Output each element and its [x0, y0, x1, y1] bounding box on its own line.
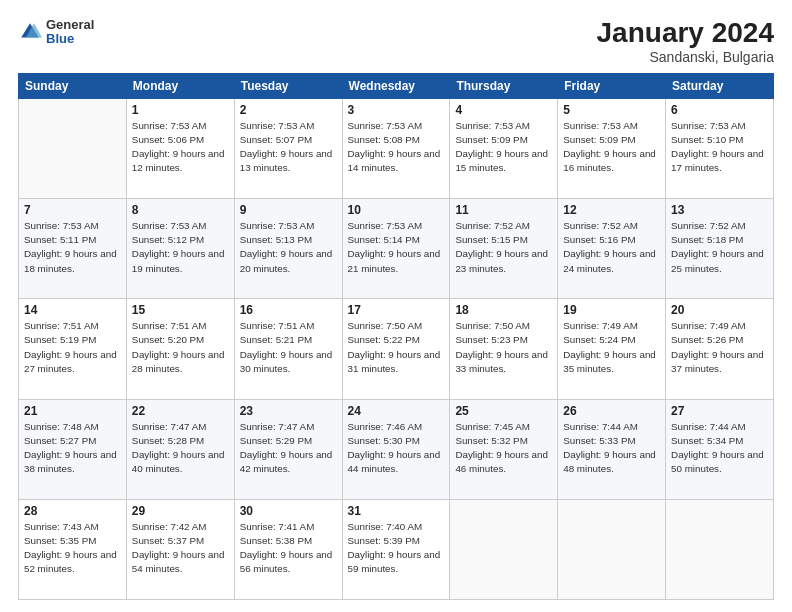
logo-blue: Blue: [46, 32, 94, 46]
day-number: 27: [671, 404, 768, 418]
weekday-header-tuesday: Tuesday: [234, 73, 342, 98]
day-number: 2: [240, 103, 337, 117]
day-cell: 20Sunrise: 7:49 AMSunset: 5:26 PMDayligh…: [666, 299, 774, 399]
day-cell: 28Sunrise: 7:43 AMSunset: 5:35 PMDayligh…: [19, 499, 127, 599]
day-cell: 31Sunrise: 7:40 AMSunset: 5:39 PMDayligh…: [342, 499, 450, 599]
day-detail: Sunrise: 7:44 AMSunset: 5:33 PMDaylight:…: [563, 420, 660, 477]
day-detail: Sunrise: 7:43 AMSunset: 5:35 PMDaylight:…: [24, 520, 121, 577]
day-number: 10: [348, 203, 445, 217]
week-row-1: 1Sunrise: 7:53 AMSunset: 5:06 PMDaylight…: [19, 98, 774, 198]
day-detail: Sunrise: 7:53 AMSunset: 5:09 PMDaylight:…: [455, 119, 552, 176]
day-number: 6: [671, 103, 768, 117]
day-cell: 25Sunrise: 7:45 AMSunset: 5:32 PMDayligh…: [450, 399, 558, 499]
day-cell: 23Sunrise: 7:47 AMSunset: 5:29 PMDayligh…: [234, 399, 342, 499]
day-cell: 22Sunrise: 7:47 AMSunset: 5:28 PMDayligh…: [126, 399, 234, 499]
day-detail: Sunrise: 7:52 AMSunset: 5:16 PMDaylight:…: [563, 219, 660, 276]
day-cell: 3Sunrise: 7:53 AMSunset: 5:08 PMDaylight…: [342, 98, 450, 198]
header: General Blue January 2024 Sandanski, Bul…: [18, 18, 774, 65]
weekday-header-monday: Monday: [126, 73, 234, 98]
day-cell: 7Sunrise: 7:53 AMSunset: 5:11 PMDaylight…: [19, 199, 127, 299]
day-detail: Sunrise: 7:53 AMSunset: 5:13 PMDaylight:…: [240, 219, 337, 276]
day-number: 15: [132, 303, 229, 317]
day-cell: 10Sunrise: 7:53 AMSunset: 5:14 PMDayligh…: [342, 199, 450, 299]
day-detail: Sunrise: 7:53 AMSunset: 5:14 PMDaylight:…: [348, 219, 445, 276]
logo-general: General: [46, 18, 94, 32]
day-cell: 30Sunrise: 7:41 AMSunset: 5:38 PMDayligh…: [234, 499, 342, 599]
day-number: 26: [563, 404, 660, 418]
day-cell: 15Sunrise: 7:51 AMSunset: 5:20 PMDayligh…: [126, 299, 234, 399]
day-detail: Sunrise: 7:53 AMSunset: 5:12 PMDaylight:…: [132, 219, 229, 276]
day-cell: 12Sunrise: 7:52 AMSunset: 5:16 PMDayligh…: [558, 199, 666, 299]
weekday-header-sunday: Sunday: [19, 73, 127, 98]
day-cell: [666, 499, 774, 599]
day-detail: Sunrise: 7:49 AMSunset: 5:26 PMDaylight:…: [671, 319, 768, 376]
day-detail: Sunrise: 7:51 AMSunset: 5:20 PMDaylight:…: [132, 319, 229, 376]
day-number: 13: [671, 203, 768, 217]
day-detail: Sunrise: 7:46 AMSunset: 5:30 PMDaylight:…: [348, 420, 445, 477]
day-number: 9: [240, 203, 337, 217]
day-number: 1: [132, 103, 229, 117]
day-number: 21: [24, 404, 121, 418]
week-row-4: 21Sunrise: 7:48 AMSunset: 5:27 PMDayligh…: [19, 399, 774, 499]
day-detail: Sunrise: 7:41 AMSunset: 5:38 PMDaylight:…: [240, 520, 337, 577]
day-cell: [558, 499, 666, 599]
day-detail: Sunrise: 7:42 AMSunset: 5:37 PMDaylight:…: [132, 520, 229, 577]
day-number: 3: [348, 103, 445, 117]
day-cell: 4Sunrise: 7:53 AMSunset: 5:09 PMDaylight…: [450, 98, 558, 198]
day-detail: Sunrise: 7:40 AMSunset: 5:39 PMDaylight:…: [348, 520, 445, 577]
weekday-header-saturday: Saturday: [666, 73, 774, 98]
day-number: 11: [455, 203, 552, 217]
day-cell: 5Sunrise: 7:53 AMSunset: 5:09 PMDaylight…: [558, 98, 666, 198]
month-year: January 2024: [597, 18, 774, 49]
weekday-header-row: SundayMondayTuesdayWednesdayThursdayFrid…: [19, 73, 774, 98]
location: Sandanski, Bulgaria: [597, 49, 774, 65]
day-cell: 17Sunrise: 7:50 AMSunset: 5:22 PMDayligh…: [342, 299, 450, 399]
day-cell: 2Sunrise: 7:53 AMSunset: 5:07 PMDaylight…: [234, 98, 342, 198]
day-detail: Sunrise: 7:47 AMSunset: 5:28 PMDaylight:…: [132, 420, 229, 477]
day-number: 29: [132, 504, 229, 518]
weekday-header-wednesday: Wednesday: [342, 73, 450, 98]
logo-text: General Blue: [46, 18, 94, 47]
day-cell: 16Sunrise: 7:51 AMSunset: 5:21 PMDayligh…: [234, 299, 342, 399]
day-detail: Sunrise: 7:53 AMSunset: 5:06 PMDaylight:…: [132, 119, 229, 176]
day-number: 16: [240, 303, 337, 317]
day-detail: Sunrise: 7:51 AMSunset: 5:21 PMDaylight:…: [240, 319, 337, 376]
day-detail: Sunrise: 7:53 AMSunset: 5:09 PMDaylight:…: [563, 119, 660, 176]
day-detail: Sunrise: 7:53 AMSunset: 5:10 PMDaylight:…: [671, 119, 768, 176]
day-detail: Sunrise: 7:53 AMSunset: 5:08 PMDaylight:…: [348, 119, 445, 176]
day-detail: Sunrise: 7:52 AMSunset: 5:18 PMDaylight:…: [671, 219, 768, 276]
day-detail: Sunrise: 7:53 AMSunset: 5:11 PMDaylight:…: [24, 219, 121, 276]
day-cell: 11Sunrise: 7:52 AMSunset: 5:15 PMDayligh…: [450, 199, 558, 299]
day-number: 4: [455, 103, 552, 117]
title-block: January 2024 Sandanski, Bulgaria: [597, 18, 774, 65]
logo: General Blue: [18, 18, 94, 47]
day-detail: Sunrise: 7:45 AMSunset: 5:32 PMDaylight:…: [455, 420, 552, 477]
day-number: 17: [348, 303, 445, 317]
day-number: 20: [671, 303, 768, 317]
day-number: 28: [24, 504, 121, 518]
day-cell: 18Sunrise: 7:50 AMSunset: 5:23 PMDayligh…: [450, 299, 558, 399]
day-cell: 29Sunrise: 7:42 AMSunset: 5:37 PMDayligh…: [126, 499, 234, 599]
day-detail: Sunrise: 7:52 AMSunset: 5:15 PMDaylight:…: [455, 219, 552, 276]
day-detail: Sunrise: 7:47 AMSunset: 5:29 PMDaylight:…: [240, 420, 337, 477]
day-detail: Sunrise: 7:50 AMSunset: 5:22 PMDaylight:…: [348, 319, 445, 376]
day-number: 18: [455, 303, 552, 317]
day-detail: Sunrise: 7:53 AMSunset: 5:07 PMDaylight:…: [240, 119, 337, 176]
weekday-header-friday: Friday: [558, 73, 666, 98]
day-cell: 19Sunrise: 7:49 AMSunset: 5:24 PMDayligh…: [558, 299, 666, 399]
day-number: 24: [348, 404, 445, 418]
day-number: 7: [24, 203, 121, 217]
day-cell: 13Sunrise: 7:52 AMSunset: 5:18 PMDayligh…: [666, 199, 774, 299]
day-cell: 6Sunrise: 7:53 AMSunset: 5:10 PMDaylight…: [666, 98, 774, 198]
day-number: 12: [563, 203, 660, 217]
day-cell: 27Sunrise: 7:44 AMSunset: 5:34 PMDayligh…: [666, 399, 774, 499]
day-number: 8: [132, 203, 229, 217]
logo-icon: [18, 20, 42, 44]
day-number: 22: [132, 404, 229, 418]
day-cell: 14Sunrise: 7:51 AMSunset: 5:19 PMDayligh…: [19, 299, 127, 399]
day-number: 30: [240, 504, 337, 518]
day-cell: 26Sunrise: 7:44 AMSunset: 5:33 PMDayligh…: [558, 399, 666, 499]
day-number: 23: [240, 404, 337, 418]
day-cell: [19, 98, 127, 198]
calendar-table: SundayMondayTuesdayWednesdayThursdayFrid…: [18, 73, 774, 600]
